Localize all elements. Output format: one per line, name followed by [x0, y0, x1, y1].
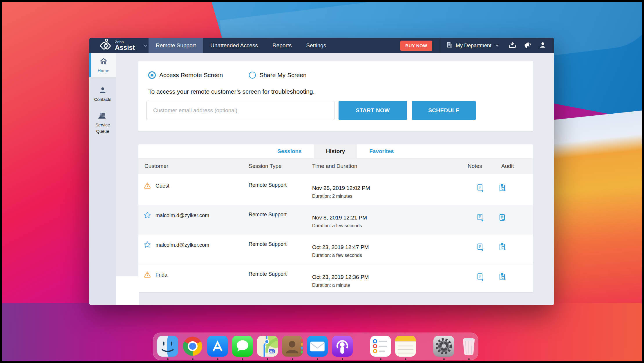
dock-messages-icon[interactable] [232, 336, 253, 357]
desktop-screen: Zoho Assist Remote Support Unattended Ac… [0, 0, 644, 363]
session-time: Oct 23, 2019 12:47 PM [312, 244, 369, 251]
sidebar-item-home[interactable]: Home [89, 53, 116, 77]
session-duration: Duration: a few seconds [312, 223, 362, 228]
add-note-icon[interactable] [477, 184, 484, 193]
session-time: Nov 8, 2019 12:21 PM [312, 215, 367, 221]
dock-maps-icon[interactable]: 280 [257, 336, 278, 357]
radio-access-remote-screen[interactable] [148, 71, 156, 79]
contacts-icon [99, 90, 106, 95]
session-time: Nov 25, 2019 12:02 PM [312, 185, 370, 191]
tab-favorites[interactable]: Favorites [357, 144, 406, 158]
audit-icon[interactable] [499, 273, 507, 282]
customer-name: malcolm.d@zylker.com [155, 242, 209, 248]
session-type: Remote Support [249, 241, 287, 247]
col-session-type: Session Type [249, 163, 282, 169]
sidebar-item-label: Home [91, 68, 116, 74]
session-time: Oct 23, 2019 12:36 PM [312, 274, 369, 280]
zoho-assist-logo[interactable]: Zoho Assist [89, 39, 149, 52]
col-audit: Audit [501, 163, 514, 169]
department-label: My Department [456, 43, 491, 49]
dock-app-store-icon[interactable] [207, 336, 228, 357]
maps-route-badge: 280 [269, 350, 274, 353]
radio-share-my-screen-label[interactable]: Share My Screen [259, 72, 306, 79]
dock-notes-icon[interactable] [395, 336, 416, 357]
tab-history[interactable]: History [314, 144, 357, 158]
sidebar-item-service-queue[interactable]: Service Queue [89, 108, 116, 140]
favorite-star-icon[interactable] [144, 241, 151, 250]
left-sidebar: Home Contacts [89, 53, 116, 305]
table-header: Customer Session Type Time and Duration … [138, 159, 533, 174]
radio-share-my-screen[interactable] [249, 72, 256, 79]
alert-icon [144, 182, 151, 190]
add-note-icon[interactable] [477, 243, 484, 253]
dock-podcasts-icon[interactable] [332, 336, 353, 357]
audit-icon[interactable] [499, 184, 507, 193]
announcement-icon[interactable] [523, 41, 532, 50]
sidebar-item-label: Contacts [89, 96, 116, 103]
home-icon [100, 61, 108, 66]
session-description: To access your remote customer’s screen … [148, 88, 315, 95]
table-row: malcolm.d@zylker.com Remote Support Oct … [138, 235, 533, 264]
navbar-divider [440, 38, 440, 53]
sessions-tab-bar: Sessions History Favorites [138, 144, 533, 159]
nav-settings[interactable]: Settings [299, 38, 334, 53]
table-row: malcolm.d@zylker.com Remote Support Nov … [138, 205, 533, 235]
audit-icon[interactable] [499, 213, 507, 223]
main-nav: Remote Support Unattended Access Reports… [149, 38, 333, 53]
dock-reminders-icon[interactable] [370, 336, 391, 357]
zoho-assist-logo-icon [100, 39, 112, 52]
sidebar-item-contacts[interactable]: Contacts [89, 82, 116, 107]
session-type: Remote Support [249, 182, 287, 188]
dock-system-preferences-icon[interactable] [433, 336, 455, 357]
table-row: Frida Remote Support Oct 23, 2019 12:36 … [138, 264, 533, 292]
department-caret-icon [495, 45, 499, 47]
chevron-down-icon[interactable] [143, 43, 148, 48]
customer-email-input[interactable] [146, 101, 334, 120]
download-icon[interactable] [508, 41, 516, 50]
col-time-duration: Time and Duration [312, 163, 357, 169]
department-selector[interactable]: My Department [446, 42, 499, 50]
audit-icon[interactable] [499, 243, 507, 253]
dock-trash-icon[interactable] [458, 336, 480, 357]
dock-finder-icon[interactable] [157, 336, 178, 357]
col-customer: Customer [144, 163, 168, 169]
customer-name: Frida [155, 272, 167, 278]
top-navbar: Zoho Assist Remote Support Unattended Ac… [89, 38, 554, 53]
add-note-icon[interactable] [477, 273, 484, 282]
brand-assist: Assist [115, 44, 135, 51]
nav-reports[interactable]: Reports [265, 38, 299, 53]
dock-mail-icon[interactable] [307, 336, 328, 357]
service-queue-icon [98, 115, 107, 120]
session-type: Remote Support [249, 271, 287, 277]
radio-access-remote-screen-label[interactable]: Access Remote Screen [159, 72, 223, 79]
session-type: Remote Support [249, 212, 287, 218]
customer-name: Guest [155, 183, 169, 189]
user-profile-icon[interactable] [539, 41, 547, 50]
buy-now-button[interactable]: BUY NOW [400, 41, 432, 51]
session-duration: Duration: a minute [312, 283, 350, 288]
department-icon [446, 42, 453, 50]
session-duration: Duration: a few seconds [312, 253, 362, 258]
sidebar-item-label: Service Queue [89, 122, 116, 135]
favorite-star-icon[interactable] [144, 211, 151, 220]
nav-unattended-access[interactable]: Unattended Access [203, 38, 265, 53]
add-note-icon[interactable] [477, 213, 484, 223]
alert-icon [144, 271, 151, 279]
start-session-panel: Access Remote Screen Share My Screen To … [138, 61, 533, 131]
dock-contacts-icon[interactable] [282, 336, 303, 357]
dock-chrome-icon[interactable] [182, 336, 203, 357]
nav-remote-support[interactable]: Remote Support [149, 38, 203, 53]
start-now-button[interactable]: START NOW [339, 101, 407, 120]
brand-zoho: Zoho [115, 40, 135, 44]
schedule-button[interactable]: SCHEDULE [412, 101, 476, 120]
customer-name: malcolm.d@zylker.com [155, 213, 209, 219]
col-notes: Notes [468, 163, 482, 169]
status-popup [116, 276, 139, 305]
macos-dock: 280 [153, 333, 478, 360]
sessions-panel: Sessions History Favorites Customer Sess… [138, 144, 533, 292]
session-duration: Duration: 2 minutes [312, 194, 352, 199]
zoho-assist-window: Zoho Assist Remote Support Unattended Ac… [89, 38, 554, 305]
table-row: Guest Remote Support Nov 25, 2019 12:02 … [138, 175, 533, 205]
tab-sessions[interactable]: Sessions [265, 144, 314, 158]
